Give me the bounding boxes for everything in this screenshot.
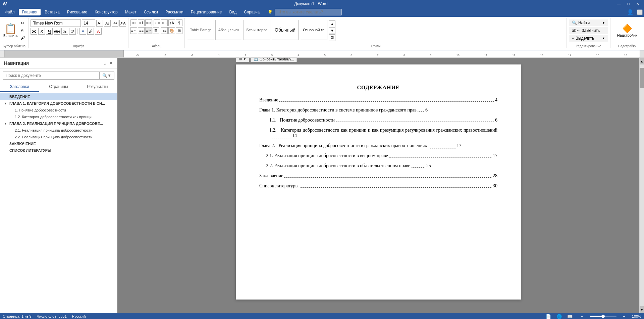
nav-item-glava2[interactable]: ▼ ГЛАВА 2. РЕАЛИЗАЦИЯ ПРИНЦИПА ДОБРОСОВЕ… bbox=[0, 120, 117, 127]
menu-mailings[interactable]: Рассылки bbox=[162, 9, 187, 15]
style-no-spacing[interactable]: Без интерва bbox=[244, 20, 270, 40]
format-painter-button[interactable]: 🖌 bbox=[19, 35, 26, 41]
strikethrough-button[interactable]: abc bbox=[54, 28, 60, 35]
multilevel-list-button[interactable]: ≡⊕ bbox=[145, 19, 152, 26]
nav-close-button[interactable]: ✕ bbox=[109, 60, 113, 66]
layout-icon[interactable]: 📄 bbox=[546, 314, 551, 319]
menu-view[interactable]: Вид bbox=[226, 9, 240, 15]
read-icon[interactable]: 📖 bbox=[567, 314, 573, 319]
highlight-button[interactable]: 🖊 bbox=[87, 28, 94, 35]
zoom-out-btn[interactable]: − bbox=[581, 314, 583, 318]
menu-layout[interactable]: Макет bbox=[122, 9, 140, 15]
nav-item-vvedenie[interactable]: ВВЕДЕНИЕ bbox=[0, 93, 117, 100]
scroll-down-btn[interactable]: ▼ bbox=[640, 306, 644, 313]
nav-tab-pages[interactable]: Страницы bbox=[39, 82, 78, 92]
nav-item-1-1[interactable]: 1. Понятие добросовестности bbox=[0, 107, 117, 113]
maximize-btn[interactable]: □ bbox=[625, 2, 632, 6]
align-right-button[interactable]: ≡→ bbox=[145, 27, 152, 34]
show-marks-button[interactable]: ¶ bbox=[176, 19, 182, 26]
toc-row-1-2[interactable]: 1.2. Категория добросовестности как прин… bbox=[259, 128, 497, 138]
nav-tab-headings[interactable]: Заголовки bbox=[0, 82, 39, 92]
scroll-up-btn[interactable]: ▲ bbox=[640, 58, 644, 64]
zoom-slider[interactable] bbox=[590, 316, 616, 317]
nav-item-lit[interactable]: СПИСОК ЛИТЕРАТУРЫ bbox=[0, 147, 117, 154]
change-case-btn[interactable]: Aa bbox=[112, 20, 118, 27]
decrease-indent-button[interactable]: ←≡ bbox=[154, 19, 160, 26]
toc-row-glava2[interactable]: Глава 2. Реализация принципа добросовест… bbox=[259, 143, 497, 148]
menu-file[interactable]: Файл bbox=[1, 9, 18, 15]
shading-button[interactable]: 🎨 bbox=[168, 27, 175, 34]
toc-row-zakl[interactable]: Заключение 28 bbox=[259, 173, 497, 179]
styles-scroll-up[interactable]: ▲ bbox=[329, 20, 335, 27]
nav-item-zakl[interactable]: ЗАКЛЮЧЕНИЕ bbox=[0, 140, 117, 147]
nav-item-2-2[interactable]: 2.2. Реализация принципа добросовестност… bbox=[0, 134, 117, 140]
font-size-increase-btn[interactable]: A↑ bbox=[96, 20, 103, 27]
zoom-thumb[interactable] bbox=[601, 315, 605, 318]
select-button[interactable]: ⌖ Выделить ▼ bbox=[569, 35, 608, 42]
font-size-input[interactable] bbox=[82, 19, 95, 27]
menu-references[interactable]: Ссылки bbox=[141, 9, 161, 15]
align-center-button[interactable]: ≡≡ bbox=[138, 27, 145, 34]
settings-button[interactable]: 🔶 Надстройки bbox=[616, 22, 639, 39]
nav-search-button[interactable]: 🔍▼ bbox=[99, 72, 114, 79]
menu-design[interactable]: Конструктор bbox=[91, 9, 121, 15]
subscript-button[interactable]: x₂ bbox=[61, 28, 68, 35]
styles-scroll-down[interactable]: ▼ bbox=[329, 27, 335, 34]
vertical-scrollbar[interactable]: ▲ ▼ bbox=[639, 58, 644, 313]
nav-item-1-2[interactable]: 1.2. Категория добросовестности как прин… bbox=[0, 113, 117, 120]
toc-row-2-1[interactable]: 2.1. Реализация принципа добросовестност… bbox=[259, 153, 497, 158]
clear-format-btn[interactable]: ✗A bbox=[119, 20, 126, 27]
menu-draw[interactable]: Рисование bbox=[64, 9, 91, 15]
copy-button[interactable]: ⎘ bbox=[19, 27, 26, 34]
numbering-button[interactable]: ≡1 bbox=[138, 19, 145, 26]
text-effect-button[interactable]: A bbox=[79, 28, 86, 35]
close-btn[interactable]: ✕ bbox=[634, 2, 641, 6]
justify-button[interactable]: ☰ bbox=[153, 27, 159, 34]
underline-button[interactable]: Ч bbox=[46, 28, 53, 35]
scroll-thumb[interactable] bbox=[640, 68, 644, 88]
superscript-button[interactable]: x² bbox=[69, 28, 76, 35]
style-table-paragraph[interactable]: Table Paragr bbox=[187, 20, 214, 40]
increase-indent-button[interactable]: ≡→ bbox=[161, 19, 168, 26]
font-size-decrease-btn[interactable]: A↓ bbox=[104, 20, 111, 27]
toc-table-icon-btn[interactable]: ⊞ ▼ bbox=[236, 58, 249, 62]
align-left-button[interactable]: ≡← bbox=[130, 27, 137, 34]
styles-expand[interactable]: ⊡ bbox=[329, 34, 335, 41]
cut-button[interactable]: ✂ bbox=[19, 20, 26, 27]
bold-button[interactable]: Ж bbox=[31, 28, 37, 35]
paste-button[interactable]: 📋 Вставить bbox=[2, 23, 19, 39]
border-button[interactable]: ⊞ bbox=[176, 27, 182, 34]
minimize-btn[interactable]: — bbox=[615, 2, 623, 6]
tell-me-input[interactable] bbox=[275, 9, 342, 15]
menu-home[interactable]: Главная bbox=[19, 9, 41, 15]
font-color-button[interactable]: A bbox=[95, 28, 102, 35]
nav-tab-results[interactable]: Результаты bbox=[78, 82, 117, 92]
style-list-paragraph[interactable]: Абзац списк bbox=[215, 20, 242, 40]
web-icon[interactable]: 🌐 bbox=[556, 314, 562, 319]
toc-row-vvedenie[interactable]: Введение 4 bbox=[259, 97, 497, 103]
find-button[interactable]: 🔍 Найти ▼ bbox=[569, 19, 608, 26]
toc-update-button[interactable]: 🔄 Обновить таблицу... bbox=[251, 58, 297, 62]
toc-row-1-1[interactable]: 1.1. Понятие добросовестности 6 bbox=[259, 118, 497, 123]
line-spacing-button[interactable]: ↕≡ bbox=[161, 27, 168, 34]
toc-row-lit[interactable]: Список литературы 30 bbox=[259, 183, 497, 189]
italic-button[interactable]: К bbox=[38, 28, 45, 35]
nav-pin-button[interactable]: ⌄ bbox=[103, 60, 107, 66]
sort-button[interactable]: ↕A bbox=[168, 19, 175, 26]
style-normal[interactable]: Обычный bbox=[272, 20, 299, 40]
font-name-input[interactable] bbox=[31, 19, 81, 27]
menu-help[interactable]: Справка bbox=[240, 9, 263, 15]
toc-row-glava1[interactable]: Глава 1. Категория добросовестности в си… bbox=[259, 107, 497, 113]
replace-button[interactable]: ab↔ Заменить bbox=[569, 27, 608, 34]
document-area[interactable]: ⊞ ▼ 🔄 Обновить таблицу... СОДЕРЖАНИЕ Вве… bbox=[117, 58, 639, 313]
bullets-button[interactable]: ≡• bbox=[130, 19, 137, 26]
nav-search-input[interactable] bbox=[3, 72, 99, 79]
style-heading1[interactable]: Основной те bbox=[300, 20, 328, 40]
nav-item-2-1[interactable]: 2.1. Реализация принципа добросовестност… bbox=[0, 127, 117, 134]
zoom-in-btn[interactable]: + bbox=[623, 314, 625, 318]
menu-review[interactable]: Рецензирование bbox=[187, 9, 225, 15]
menu-insert[interactable]: Вставка bbox=[41, 9, 63, 15]
nav-item-glava1[interactable]: ▼ ГЛАВА 1. КАТЕГОРИЯ ДОБРОСОВЕСТНОСТИ В … bbox=[0, 100, 117, 107]
window-controls[interactable]: — □ ✕ bbox=[615, 2, 641, 6]
toc-row-2-2[interactable]: 2.2. Реализация принципа добросовестност… bbox=[259, 163, 497, 169]
